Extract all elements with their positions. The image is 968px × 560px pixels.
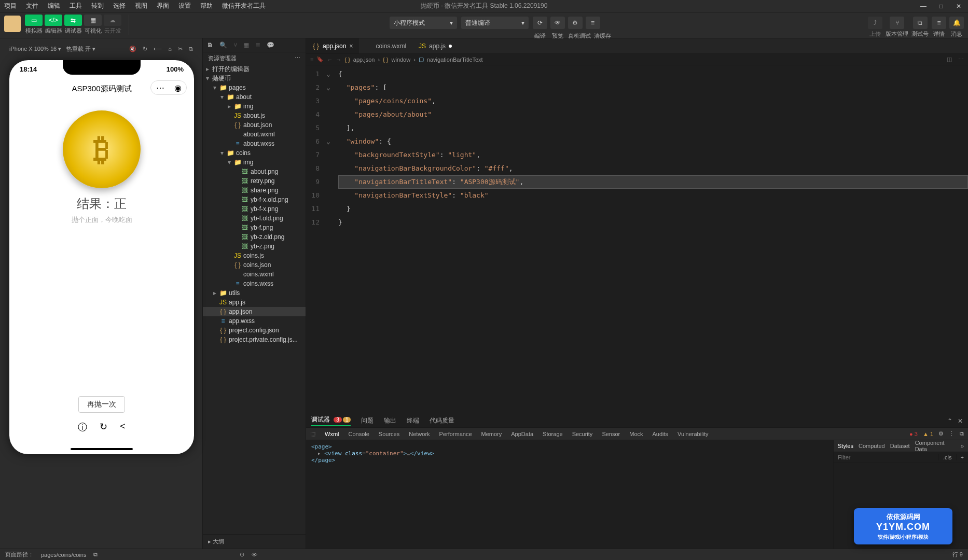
- styles-filter-input[interactable]: [834, 452, 938, 463]
- toolbar-上传-button[interactable]: ⤴: [868, 17, 882, 29]
- tree-item-about.wxml[interactable]: about.wxml: [203, 130, 306, 139]
- devtab-Memory[interactable]: Memory: [481, 431, 502, 437]
- cursor-position[interactable]: 行 9: [952, 551, 963, 558]
- sound-icon[interactable]: 🔇: [129, 46, 136, 52]
- devtools-settings-icon[interactable]: ⚙: [938, 430, 944, 437]
- crumb-1[interactable]: app.json: [353, 57, 375, 63]
- tree-item-coins.wxml[interactable]: coins.wxml: [203, 270, 306, 279]
- info-icon[interactable]: ⓘ: [78, 421, 87, 433]
- devtab-Sources[interactable]: Sources: [379, 431, 399, 437]
- device-select[interactable]: iPhone X 100% 16 ▾: [9, 46, 61, 52]
- minimize-button[interactable]: —: [918, 3, 929, 10]
- toolbar-版本管理-button[interactable]: ⑂: [890, 17, 904, 29]
- tree-item-about.png[interactable]: 🖼about.png: [203, 167, 306, 176]
- bottom-tab-调试器[interactable]: 调试器 31: [311, 415, 351, 426]
- crumb-toggle-icon[interactable]: ≡: [310, 57, 313, 63]
- preview-button[interactable]: 👁: [550, 17, 565, 29]
- tree-item-yb-z.png[interactable]: 🖼yb-z.png: [203, 242, 306, 251]
- bookmark-icon[interactable]: 🔖: [316, 56, 324, 63]
- cloud-dev-button[interactable]: ☁: [104, 15, 121, 26]
- add-style-icon[interactable]: +: [956, 454, 968, 460]
- menu-选择[interactable]: 选择: [113, 2, 126, 10]
- devtools-popout-icon[interactable]: ⧉: [960, 430, 964, 437]
- editor-tab-coins.wxml[interactable]: coins.wxml: [359, 38, 412, 53]
- cls-toggle[interactable]: .cls: [938, 454, 956, 460]
- retry-button[interactable]: 再抛一次: [78, 396, 125, 413]
- menu-视图[interactable]: 视图: [135, 2, 147, 10]
- devtab-AppData[interactable]: AppData: [511, 431, 533, 437]
- menu-项目[interactable]: 项目: [4, 2, 17, 10]
- editor-button[interactable]: </>: [45, 15, 62, 26]
- tree-item-project.private.config.js...[interactable]: { }project.private.config.js...: [203, 335, 306, 344]
- styletab-Dataset[interactable]: Dataset: [890, 443, 910, 449]
- more-editor-icon[interactable]: ⋯: [958, 56, 964, 63]
- menu-帮助[interactable]: 帮助: [200, 2, 213, 10]
- tree-item-app.wxss[interactable]: ≡app.wxss: [203, 316, 306, 326]
- bottom-tab-终端[interactable]: 终端: [407, 416, 419, 425]
- tree-item-img[interactable]: ▾📁img: [203, 158, 306, 167]
- close-button[interactable]: ✕: [953, 3, 964, 10]
- outline-section[interactable]: ▸ 大纲: [203, 534, 306, 549]
- bottom-tab-代码质量[interactable]: 代码质量: [430, 416, 454, 425]
- mode-select[interactable]: 小程序模式▾: [390, 17, 457, 29]
- status-eye-icon[interactable]: 👁: [252, 552, 257, 558]
- tree-item-share.png[interactable]: 🖼share.png: [203, 186, 306, 195]
- close-tab-icon[interactable]: ×: [349, 43, 353, 50]
- db-tab-icon[interactable]: ≣: [255, 41, 260, 49]
- compile-select[interactable]: 普通编译▾: [461, 17, 529, 29]
- share-icon[interactable]: <: [120, 421, 126, 433]
- styletab-Computed[interactable]: Computed: [859, 443, 885, 449]
- menu-设置[interactable]: 设置: [178, 2, 191, 10]
- tree-item-coins.js[interactable]: JScoins.js: [203, 251, 306, 260]
- devtab-Console[interactable]: Console: [349, 431, 369, 437]
- visual-button[interactable]: ▦: [84, 15, 102, 26]
- panel-collapse-icon[interactable]: ⌃: [947, 417, 952, 425]
- crumb-2[interactable]: window: [392, 57, 411, 63]
- tree-item-about.js[interactable]: JSabout.js: [203, 111, 306, 120]
- maximize-button[interactable]: □: [936, 3, 946, 10]
- tree-item-img[interactable]: ▸📁img: [203, 102, 306, 111]
- editor-tab-app.js[interactable]: JSapp.js: [412, 38, 458, 53]
- copy-path-icon[interactable]: ⧉: [93, 551, 98, 558]
- cut-icon[interactable]: ✂: [178, 46, 183, 52]
- hot-reload-toggle[interactable]: 热重载 开 ▾: [66, 45, 95, 53]
- devtab-Wxml[interactable]: Wxml: [325, 431, 339, 437]
- inspect-icon[interactable]: ⬚: [310, 430, 315, 437]
- menu-微信开发者工具[interactable]: 微信开发者工具: [222, 2, 266, 10]
- tree-item-yb-f-x.png[interactable]: 🖼yb-f-x.png: [203, 204, 306, 214]
- files-tab-icon[interactable]: 🗎: [207, 41, 213, 49]
- devtab-Mock[interactable]: Mock: [629, 431, 643, 437]
- miniprogram-capsule[interactable]: ⋯◉: [150, 80, 187, 95]
- split-icon[interactable]: ◫: [947, 56, 952, 63]
- tree-item-coins[interactable]: ▾📁coins: [203, 148, 306, 158]
- panel-close-icon[interactable]: ✕: [958, 417, 963, 425]
- back-icon[interactable]: ⟵: [154, 46, 162, 52]
- bottom-tab-问题[interactable]: 问题: [361, 416, 374, 425]
- rotate-icon[interactable]: ↻: [143, 46, 147, 52]
- compile-button[interactable]: ⟳: [533, 17, 547, 29]
- menu-文件[interactable]: 文件: [26, 2, 38, 10]
- menu-界面[interactable]: 界面: [157, 2, 169, 10]
- styletab-Component Data[interactable]: Component Data: [915, 440, 956, 452]
- bottom-tab-输出[interactable]: 输出: [384, 416, 396, 425]
- open-editors-section[interactable]: ▸打开的编辑器: [203, 64, 306, 74]
- crumb-3[interactable]: navigationBarTitleText: [427, 57, 483, 63]
- dom-panel[interactable]: <page> ▸ <view class="container">…</view…: [306, 440, 833, 549]
- chat-tab-icon[interactable]: 💬: [267, 41, 274, 49]
- git-tab-icon[interactable]: ⑂: [233, 41, 237, 49]
- menu-工具[interactable]: 工具: [70, 2, 82, 10]
- tree-item-coins.wxss[interactable]: ≡coins.wxss: [203, 279, 306, 288]
- home-icon[interactable]: ⌂: [168, 46, 172, 52]
- avatar[interactable]: [4, 16, 21, 32]
- tree-item-yb-f-x.old.png[interactable]: 🖼yb-f-x.old.png: [203, 195, 306, 204]
- clear-cache-button[interactable]: ≡: [586, 17, 600, 29]
- devtab-Performance[interactable]: Performance: [439, 431, 472, 437]
- tree-item-pages[interactable]: ▾📁pages: [203, 83, 306, 92]
- tree-item-project.config.json[interactable]: { }project.config.json: [203, 326, 306, 335]
- tree-item-app.json[interactable]: { }app.json: [203, 307, 306, 316]
- page-path[interactable]: pages/coins/coins: [41, 552, 86, 558]
- nav-fwd-icon[interactable]: →: [336, 57, 341, 63]
- devtab-Vulnerability[interactable]: Vulnerability: [677, 431, 709, 437]
- project-root[interactable]: ▾抛硬币: [203, 74, 306, 83]
- tree-item-utils[interactable]: ▸📁utils: [203, 288, 306, 298]
